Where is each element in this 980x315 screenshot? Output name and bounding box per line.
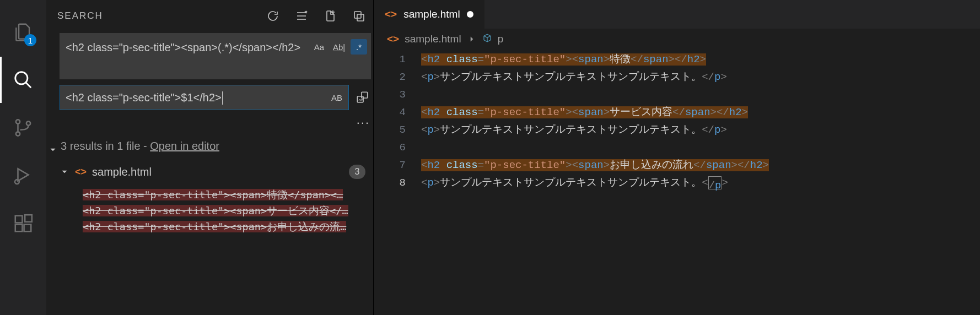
chevron-down-icon xyxy=(48,145,58,155)
search-input[interactable]: <h2 class="p-sec-title"><span>(.*)</span… xyxy=(60,33,371,79)
search-panel: SEARCH <h2 class="p-sec-title"><span>(.*… xyxy=(46,0,374,315)
extensions-icon xyxy=(13,213,34,234)
refresh-button[interactable] xyxy=(266,9,279,23)
svg-rect-17 xyxy=(354,12,361,18)
search-header: SEARCH xyxy=(46,0,373,32)
activity-search[interactable] xyxy=(0,57,46,103)
svg-text:ac: ac xyxy=(358,97,363,102)
code-line[interactable] xyxy=(421,139,980,156)
replace-input[interactable]: <h2 class="p-sec-title">$1</h2> AB xyxy=(60,85,349,110)
replace-all-button[interactable]: ac xyxy=(354,89,371,106)
code-line[interactable]: <h2 class="p-sec-title"><span>特徴</span><… xyxy=(421,51,980,68)
code-line[interactable] xyxy=(421,86,980,104)
collapse-button[interactable] xyxy=(352,9,365,23)
search-body: <h2 class="p-sec-title"><span>(.*)</span… xyxy=(46,32,373,235)
chevron-right-icon xyxy=(467,34,477,44)
replace-input-value: <h2 class="p-sec-title">$1</h2> xyxy=(66,89,329,106)
svg-rect-18 xyxy=(357,14,364,21)
svg-rect-6 xyxy=(15,216,23,223)
search-result-summary: 3 results in 1 file - Open in editor xyxy=(60,135,371,156)
html-file-icon: <> xyxy=(75,166,87,178)
svg-point-2 xyxy=(16,120,20,123)
svg-rect-8 xyxy=(24,225,31,232)
clear-button[interactable] xyxy=(295,9,308,23)
code-content[interactable]: <h2 class="p-sec-title"><span>特徴</span><… xyxy=(421,51,980,315)
search-title: SEARCH xyxy=(57,10,103,21)
dirty-indicator-icon xyxy=(467,11,473,18)
svg-rect-9 xyxy=(25,215,32,222)
tab-sample-html[interactable]: <> sample.html xyxy=(374,0,484,29)
html-file-icon: <> xyxy=(387,33,399,45)
new-file-icon xyxy=(324,9,337,23)
svg-point-3 xyxy=(16,132,20,135)
activity-bar: 1 xyxy=(0,0,46,315)
search-match[interactable]: <h2 class="p-sec-title"><span>サービス内容</… xyxy=(83,203,371,219)
svg-rect-7 xyxy=(15,225,23,232)
new-file-button[interactable] xyxy=(324,9,337,23)
search-match[interactable]: <h2 class="p-sec-title"><span>お申し込みの流… xyxy=(83,219,371,235)
replace-all-icon: ac xyxy=(356,90,370,105)
symbol-icon xyxy=(482,33,492,46)
html-file-icon: <> xyxy=(385,8,397,20)
code-line[interactable]: <p>サンプルテキストサンプルテキストサンプルテキスト。</p> xyxy=(421,68,980,86)
breadcrumbs[interactable]: <> sample.html p xyxy=(374,29,980,50)
code-line[interactable]: <h2 class="p-sec-title"><span>お申し込みの流れ</… xyxy=(421,156,980,174)
code-line[interactable]: <p>サンプルテキストサンプルテキストサンプルテキスト。</p> xyxy=(421,121,980,139)
preserve-case-toggle[interactable]: AB xyxy=(329,90,345,105)
search-match[interactable]: <h2 class="p-sec-title"><span>特徴</span><… xyxy=(83,187,371,203)
activity-run[interactable] xyxy=(0,153,46,199)
line-number-gutter: 12345678 xyxy=(374,51,421,315)
search-icon xyxy=(13,69,34,90)
collapse-icon xyxy=(352,9,365,23)
breadcrumb-symbol[interactable]: p xyxy=(498,33,504,45)
svg-point-4 xyxy=(26,121,30,125)
chevron-down-icon[interactable] xyxy=(60,167,69,177)
tab-bar: <> sample.html xyxy=(374,0,980,29)
match-case-toggle[interactable]: Aa xyxy=(311,39,327,55)
svg-line-1 xyxy=(26,83,31,88)
tab-label: sample.html xyxy=(403,8,460,20)
search-input-value: <h2 class="p-sec-title"><span>(.*)</span… xyxy=(66,39,311,56)
run-debug-icon xyxy=(13,165,34,186)
explorer-badge: 1 xyxy=(24,34,36,46)
result-count-badge: 3 xyxy=(349,165,365,179)
activity-source-control[interactable] xyxy=(0,105,46,151)
editor-area: <> sample.html <> sample.html p 12345678… xyxy=(374,0,980,315)
clear-icon xyxy=(295,9,308,23)
result-file-name: sample.html xyxy=(92,166,343,178)
git-branch-icon xyxy=(13,117,34,138)
activity-extensions[interactable] xyxy=(0,200,46,247)
regex-toggle[interactable]: .* xyxy=(351,39,367,55)
result-file-row[interactable]: <> sample.html 3 xyxy=(60,161,371,181)
refresh-icon xyxy=(266,9,279,23)
code-line[interactable]: <p>サンプルテキストサンプルテキストサンプルテキスト。</p> xyxy=(421,174,980,192)
code-area[interactable]: 12345678 <h2 class="p-sec-title"><span>特… xyxy=(374,50,980,315)
toggle-replace[interactable] xyxy=(46,33,60,235)
open-in-editor-link[interactable]: Open in editor xyxy=(150,140,219,152)
code-line[interactable]: <h2 class="p-sec-title"><span>サービス内容</sp… xyxy=(421,104,980,121)
svg-point-5 xyxy=(15,180,19,184)
svg-point-0 xyxy=(15,72,28,84)
search-header-actions xyxy=(266,9,365,23)
breadcrumb-file[interactable]: sample.html xyxy=(405,33,461,45)
whole-word-toggle[interactable]: Ab| xyxy=(331,39,347,55)
toggle-search-details[interactable]: ··· xyxy=(60,116,371,130)
activity-explorer[interactable]: 1 xyxy=(0,9,46,55)
